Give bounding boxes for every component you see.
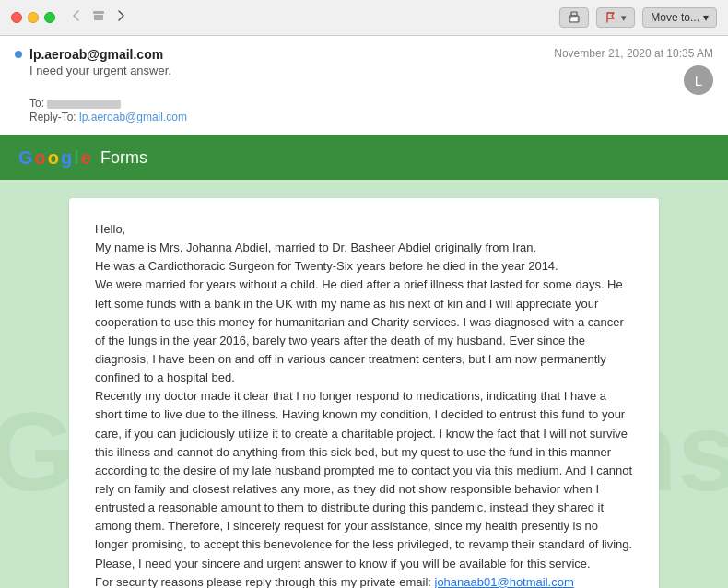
form-body-text: Hello, My name is Mrs. Johanna Abdiel, m… bbox=[95, 220, 633, 588]
google-g-red2: e bbox=[81, 147, 91, 169]
move-to-arrow: ▾ bbox=[703, 11, 709, 24]
svg-rect-0 bbox=[93, 11, 104, 14]
reply-to-address[interactable]: lp.aeroab@gmail.com bbox=[79, 111, 187, 123]
svg-point-5 bbox=[570, 17, 572, 18]
email-date: November 21, 2020 at 10:35 AM bbox=[554, 47, 713, 60]
main-content: Google Forms Hello, My name is Mrs. Joha… bbox=[0, 180, 728, 588]
archive-button[interactable] bbox=[88, 8, 109, 27]
flag-button[interactable]: ▾ bbox=[596, 7, 635, 28]
toolbar-right: ▾ Move to... ▾ bbox=[559, 7, 717, 28]
minimize-button[interactable] bbox=[28, 12, 39, 23]
forms-banner: Google Forms bbox=[0, 136, 728, 180]
sender-indicator bbox=[15, 51, 22, 58]
move-to-label: Move to... bbox=[651, 11, 699, 24]
email-right: November 21, 2020 at 10:35 AM L bbox=[554, 47, 713, 95]
traffic-lights bbox=[11, 12, 55, 23]
to-label: To: bbox=[29, 97, 44, 110]
window-chrome: ▾ Move to... ▾ bbox=[0, 0, 728, 36]
svg-rect-3 bbox=[571, 12, 577, 16]
move-to-button[interactable]: Move to... ▾ bbox=[642, 7, 717, 28]
maximize-button[interactable] bbox=[44, 12, 55, 23]
print-button[interactable] bbox=[559, 7, 589, 28]
close-button[interactable] bbox=[11, 12, 22, 23]
forms-label: Forms bbox=[100, 148, 147, 168]
google-g-blue2: g bbox=[61, 147, 72, 169]
to-redacted bbox=[47, 100, 121, 109]
google-g-red: o bbox=[35, 147, 46, 169]
nav-arrows bbox=[66, 8, 131, 27]
form-card: Hello, My name is Mrs. Johanna Abdiel, m… bbox=[69, 198, 659, 588]
reply-to-label: Reply-To: bbox=[29, 111, 76, 123]
form-greeting: Hello, bbox=[95, 222, 125, 236]
email-subject: I need your urgent answer. bbox=[29, 64, 171, 77]
forward-button[interactable] bbox=[111, 8, 131, 27]
google-logo: Google bbox=[18, 147, 91, 169]
google-g-green: l bbox=[74, 147, 79, 169]
avatar: L bbox=[684, 65, 713, 95]
google-g-blue: G bbox=[18, 147, 33, 169]
back-button[interactable] bbox=[66, 8, 87, 27]
sender-email: lp.aeroab@gmail.com bbox=[29, 47, 171, 62]
google-g-yellow: o bbox=[48, 147, 59, 169]
svg-rect-4 bbox=[571, 18, 577, 21]
email-header: lp.aeroab@gmail.com I need your urgent a… bbox=[0, 36, 728, 136]
svg-rect-1 bbox=[94, 15, 103, 20]
sender-info: lp.aeroab@gmail.com I need your urgent a… bbox=[29, 47, 171, 77]
private-email-link[interactable]: johanaab01@hotmail.com bbox=[435, 575, 574, 588]
email-reply-row: Reply-To: lp.aeroab@gmail.com bbox=[29, 111, 713, 123]
email-to-row: To: bbox=[29, 97, 713, 110]
